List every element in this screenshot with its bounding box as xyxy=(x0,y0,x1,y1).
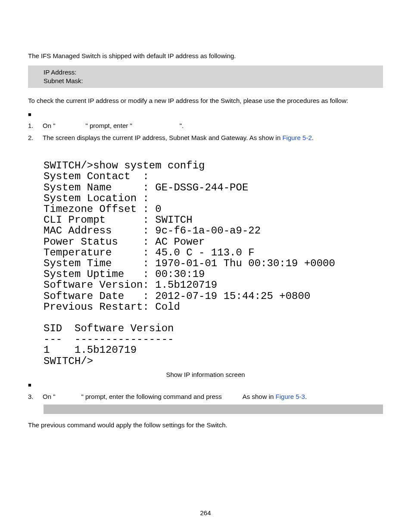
step-1: 1. On "" prompt, enter "". xyxy=(28,121,383,131)
bullet-item-2: ■ xyxy=(28,381,383,390)
page-container: The IFS Managed Switch is shipped with d… xyxy=(0,0,411,532)
step3-pre: On " xyxy=(43,393,56,400)
intro-text: The IFS Managed Switch is shipped with d… xyxy=(28,52,383,60)
ip-address-label: IP Address: xyxy=(44,68,383,77)
step-2-body: The screen displays the current IP addre… xyxy=(43,133,383,143)
step1-mid: " prompt, enter " xyxy=(86,122,132,129)
default-ip-box: IP Address: Subnet Mask: xyxy=(28,65,383,88)
command-box xyxy=(44,404,383,414)
step-3: 3. On "" prompt, enter the following com… xyxy=(28,392,383,402)
step-1-body: On "" prompt, enter "". xyxy=(43,121,383,131)
step2-text: The screen displays the current IP addre… xyxy=(43,134,282,141)
terminal-caption: Show IP information screen xyxy=(28,371,383,378)
terminal-output: SWITCH/>show system config System Contac… xyxy=(44,160,383,367)
step-number: 3. xyxy=(28,392,43,402)
subnet-mask-label: Subnet Mask: xyxy=(44,77,383,85)
step-2: 2. The screen displays the current IP ad… xyxy=(28,133,383,143)
step2-after: . xyxy=(312,134,314,141)
step-number: 1. xyxy=(28,121,43,131)
square-bullet-icon: ■ xyxy=(28,381,43,390)
step3-after: . xyxy=(305,393,307,400)
step3-mid: " prompt, enter the following command an… xyxy=(81,393,222,400)
step-number: 2. xyxy=(28,133,43,143)
step-3-body: On "" prompt, enter the following comman… xyxy=(43,392,383,402)
square-bullet-icon: ■ xyxy=(28,110,43,119)
bullet-item-1: ■ xyxy=(28,110,383,119)
check-ip-text: To check the current IP address or modif… xyxy=(28,96,383,105)
figure-5-2-link[interactable]: Figure 5-2 xyxy=(282,134,311,141)
step1-pre: On " xyxy=(43,122,56,129)
step1-post: ". xyxy=(180,122,184,129)
step3-asshow: As show in xyxy=(243,393,276,400)
page-number: 264 xyxy=(0,509,411,516)
outro-text: The previous command would apply the fol… xyxy=(28,421,383,429)
figure-5-3-link[interactable]: Figure 5-3 xyxy=(276,393,305,400)
